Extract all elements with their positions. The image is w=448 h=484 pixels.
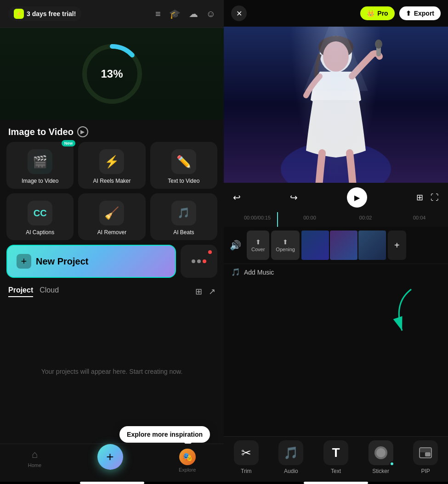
top-bar-icons: ≡ 🎓 ☁ ☺ [155, 8, 215, 19]
share-icon[interactable]: ↗ [209, 287, 215, 297]
bottom-nav: ⌂ Home + 🎭 Explore [0, 444, 224, 482]
education-icon[interactable]: 🎓 [169, 8, 181, 19]
trial-icon: ⚡ [14, 9, 24, 19]
video-preview [224, 27, 448, 183]
arrow-area [224, 280, 448, 436]
track-area: 🔊 ⬆ Cover ⬆ Opening + [224, 227, 448, 264]
bottom-indicator-right [224, 482, 448, 484]
top-bar: ⚡ 3 days free trial! ≡ 🎓 ☁ ☺ [0, 0, 224, 28]
thumbnail-3[interactable] [358, 231, 386, 260]
nav-explore[interactable]: 🎭 Explore [179, 449, 196, 473]
video-controls: ↩ ↪ ▶ ⊞ ⛶ [224, 183, 448, 212]
tool-text[interactable]: T Text [320, 440, 352, 474]
pip-svg [419, 446, 432, 460]
new-project-button[interactable]: + New Project [6, 245, 176, 278]
opening-icon: ⬆ [283, 238, 288, 246]
ai-card-image-to-video[interactable]: New 🎬 Image to Video [6, 142, 74, 189]
svg-rect-14 [420, 448, 431, 452]
thumbnail-2[interactable] [330, 231, 357, 260]
time-mark-6: 00:04 [388, 215, 441, 224]
video-header: ✕ 👑 Pro ⬆ Export [224, 0, 448, 27]
text-icon: T [332, 445, 340, 460]
ai-card-captions[interactable]: CC AI Captions [6, 193, 74, 240]
ai-card-text-to-video[interactable]: ✏️ Text to Video [150, 142, 217, 189]
cover-icon: ⬆ [255, 238, 261, 246]
captions-icon: CC [28, 201, 52, 225]
left-panel: ⚡ 3 days free trial! ≡ 🎓 ☁ ☺ 1 [0, 0, 224, 484]
close-icon: ✕ [236, 9, 242, 18]
tab-project[interactable]: Project [8, 286, 33, 297]
time-mark-2: 00:00 [284, 215, 336, 224]
ai-card-beats[interactable]: 🎵 AI Beats [150, 193, 217, 240]
progress-circle: 13% [80, 42, 144, 106]
mute-button[interactable]: 🔊 [224, 230, 247, 261]
pro-button[interactable]: 👑 Pro [360, 6, 394, 20]
music-note-icon: 🎵 [231, 268, 240, 276]
export-label: Export [414, 10, 434, 17]
tool-trim[interactable]: ✂ Trim [230, 440, 262, 474]
tool-audio[interactable]: 🎵 Audio [275, 440, 307, 474]
timeline-bar: 00:00/00:15 00:00 00:02 00:04 [224, 212, 448, 227]
track-content: ⬆ Cover ⬆ Opening + [247, 230, 448, 261]
trial-badge[interactable]: ⚡ 3 days free trial! [8, 6, 81, 21]
cover-button[interactable]: ⬆ Cover [247, 231, 269, 260]
trim-icon-wrap: ✂ [234, 440, 259, 465]
dot-3 [203, 259, 206, 263]
svg-point-11 [376, 448, 386, 457]
export-button[interactable]: ⬆ Export [399, 6, 441, 20]
nav-home[interactable]: ⌂ Home [28, 449, 41, 468]
new-badge: New [62, 140, 76, 146]
green-arrow-indicator [384, 285, 420, 342]
dot-1 [192, 259, 195, 263]
profile-icon[interactable]: ☺ [206, 9, 215, 19]
add-clip-icon: + [394, 240, 400, 251]
notification-dot [208, 250, 212, 254]
tooltip-bubble: Explore more inspiration [119, 426, 210, 443]
remover-label: AI Remover [97, 229, 126, 236]
grid-layout-button[interactable]: ⊞ [416, 192, 423, 203]
more-button[interactable] [181, 245, 217, 278]
undo-button[interactable]: ↩ [233, 192, 241, 203]
action-row: + New Project [0, 245, 224, 284]
tooltip-text: Explore more inspiration [127, 431, 203, 438]
explore-avatar: 🎭 [179, 449, 196, 465]
text-to-video-icon: ✏️ [171, 149, 196, 174]
info-icon[interactable]: ▶ [77, 126, 88, 137]
remover-icon: 🧹 [99, 201, 124, 225]
audio-icon-wrap: 🎵 [278, 440, 303, 465]
create-plus-icon: + [106, 450, 113, 464]
audio-label: Audio [284, 468, 298, 474]
explore-emoji: 🎭 [182, 452, 193, 462]
svg-rect-13 [425, 452, 431, 456]
indicator-line-left [80, 482, 144, 484]
timeline-cursor [277, 212, 278, 227]
tool-sticker[interactable]: Sticker [365, 440, 397, 474]
text-icon-wrap: T [323, 440, 348, 465]
sticker-label: Sticker [372, 468, 389, 474]
play-button[interactable]: ▶ [347, 187, 367, 208]
thumbnail-1[interactable] [301, 231, 329, 260]
ai-card-reels[interactable]: ⚡ AI Reels Maker [78, 142, 145, 189]
ai-card-remover[interactable]: 🧹 AI Remover [78, 193, 145, 240]
nav-create-button[interactable]: + [97, 444, 123, 470]
grid-view-icon[interactable]: ⊞ [195, 287, 202, 297]
expand-button[interactable]: ⛶ [431, 193, 439, 203]
header-right: 👑 Pro ⬆ Export [360, 6, 441, 20]
trial-text: 3 days free trial! [27, 10, 76, 17]
mute-icon: 🔊 [230, 240, 241, 251]
add-music-button[interactable]: Add Music [244, 269, 274, 276]
add-clip-button[interactable]: + [388, 231, 406, 260]
reels-icon: ⚡ [99, 149, 124, 174]
tool-pip[interactable]: PIP [409, 440, 442, 474]
tab-cloud[interactable]: Cloud [40, 286, 59, 297]
menu-icon[interactable]: ≡ [155, 9, 161, 19]
redo-button[interactable]: ↪ [290, 192, 298, 203]
reels-label: AI Reels Maker [93, 178, 130, 184]
home-label: Home [28, 462, 41, 468]
empty-state-text: Your projects will appear here. Start cr… [41, 368, 183, 375]
close-button[interactable]: ✕ [231, 6, 247, 21]
opening-label: Opening [276, 247, 295, 252]
opening-button[interactable]: ⬆ Opening [271, 231, 300, 260]
cloud-icon[interactable]: ☁ [189, 8, 198, 19]
sticker-svg [374, 445, 388, 460]
